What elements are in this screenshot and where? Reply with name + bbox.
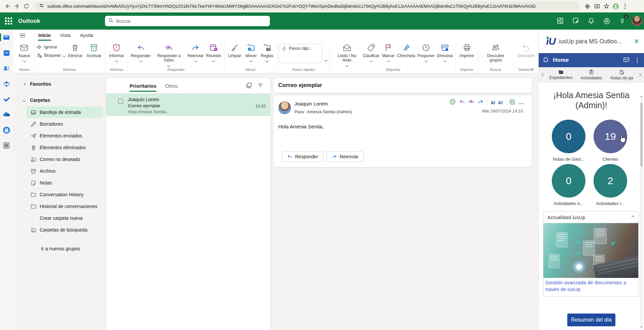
site-info-icon[interactable] [39, 3, 44, 9]
report-button[interactable]: Informar [107, 42, 126, 62]
install-app-icon[interactable] [592, 2, 602, 11]
rail-mail-icon[interactable] [0, 30, 13, 45]
news-link[interactable]: Gestión avanzada de documentos a través … [543, 278, 638, 296]
reply-button[interactable]: Responder [282, 151, 323, 162]
settings-gear-icon[interactable] [601, 15, 612, 27]
notifications-bell-icon[interactable] [585, 15, 597, 27]
home-icon[interactable] [543, 56, 549, 64]
tips-bulb-icon[interactable]: 1 [616, 15, 628, 27]
scrollbar-thumb[interactable] [640, 103, 643, 167]
browser-profile-icon[interactable] [611, 2, 620, 11]
collapse-chevron-icon[interactable] [632, 215, 635, 219]
apps-grid-icon[interactable] [509, 99, 515, 106]
forward-button[interactable]: Reenviar [186, 42, 205, 62]
read-unread-button[interactable]: Leído / No leído [332, 42, 362, 67]
browser-forward-icon[interactable] [12, 2, 22, 11]
browser-reload-icon[interactable] [22, 2, 31, 11]
addin-scrollbar[interactable]: ▲ ▼ [640, 94, 643, 329]
new-mail-button[interactable]: Nuevo [16, 42, 32, 62]
flag-button[interactable]: Marcar [381, 42, 396, 62]
sweep-button[interactable]: Limpiar [226, 42, 243, 58]
reactions-smiley-icon[interactable] [450, 99, 456, 106]
folder-historial[interactable]: Historial de conversaciones [26, 201, 103, 212]
address-bar[interactable]: outlook.office.com/mail/inbox/id/AAMkAGU… [34, 2, 579, 11]
tab-ayuda[interactable]: Ayuda [75, 31, 98, 39]
folder-archive[interactable]: Archivo [26, 165, 103, 177]
delete-button[interactable]: Eliminar [66, 42, 84, 58]
ignore-button[interactable]: Ignorar [37, 44, 65, 50]
pin-button[interactable]: Chincheta [396, 42, 416, 58]
go-to-groups-link[interactable]: Ir a nuevos grupos [41, 246, 80, 251]
rail-todo-icon[interactable] [0, 91, 13, 107]
print-button[interactable]: Imprimir [458, 42, 476, 58]
forward-icon[interactable] [478, 99, 484, 106]
folder-junk[interactable]: Correo no deseado [26, 154, 103, 165]
mail-list-item[interactable]: Joaquin Lorem Correo ejemplar Hola Amesi… [106, 93, 270, 116]
snooze-button[interactable]: Posponer [416, 42, 436, 62]
tab-notas-gastos[interactable]: Notas de ga [607, 70, 637, 80]
archive-button[interactable]: Archivar [84, 42, 103, 58]
folders-header[interactable]: Carpetas [13, 94, 106, 106]
folder-notes[interactable]: Notas [26, 177, 103, 189]
iusup-addin-icon[interactable]: iU [491, 100, 495, 105]
browser-back-icon[interactable] [3, 2, 12, 11]
scroll-down-icon[interactable]: ▼ [640, 325, 643, 329]
folder-inbox[interactable]: Bandeja de entrada [26, 107, 103, 118]
bookmark-star-icon[interactable] [602, 2, 611, 11]
sender-avatar[interactable] [278, 101, 291, 114]
reply-all-button[interactable]: Responder a todos [151, 42, 186, 67]
tab-expedientes[interactable]: Expedientes [546, 70, 576, 80]
quick-steps-box[interactable]: Pasos rápi... [279, 44, 322, 63]
tab-vista[interactable]: Vista [56, 31, 75, 39]
scroll-up-icon[interactable]: ▲ [640, 94, 643, 99]
reply-button[interactable]: Responder [130, 42, 152, 62]
select-messages-icon[interactable] [246, 82, 252, 90]
search-input[interactable] [116, 18, 257, 24]
rail-onedrive-icon[interactable] [0, 107, 13, 122]
rules-button[interactable]: Reglas [259, 42, 275, 62]
tabs-scroll-left-icon[interactable] [542, 73, 545, 77]
tab-otros[interactable]: Otros [165, 83, 178, 89]
mail-checkbox[interactable] [118, 99, 123, 104]
rail-calendar-icon[interactable] [0, 45, 13, 60]
recipient-name[interactable]: Amesia Sentia (Admin) [307, 109, 352, 114]
meeting-button[interactable]: Reunión [205, 42, 222, 62]
rail-groups-icon[interactable] [0, 76, 13, 91]
app-launcher-icon[interactable] [3, 15, 14, 27]
reply-all-icon[interactable] [468, 99, 474, 106]
browser-menu-icon[interactable] [620, 2, 630, 11]
folder-deleted[interactable]: Elementos eliminados [26, 142, 103, 153]
more-actions-icon[interactable]: … [518, 99, 524, 106]
news-image[interactable]: ✓ ✓ ✓ ✓ [543, 223, 638, 278]
forward-button[interactable]: Reenviar [327, 151, 364, 162]
rail-m365-app-icon[interactable] [0, 122, 13, 138]
onenote-feed-icon[interactable] [554, 15, 566, 27]
extensions-icon[interactable] [583, 2, 592, 11]
iusup-addin-icon-2[interactable]: iU [498, 100, 502, 105]
create-folder-link[interactable]: Crear carpeta nueva [26, 212, 103, 224]
notes-icon[interactable] [570, 15, 581, 27]
search-bar[interactable] [105, 16, 270, 26]
rail-people-icon[interactable] [0, 60, 13, 76]
favorites-header[interactable]: Favoritos [13, 78, 106, 90]
filter-icon[interactable] [257, 82, 263, 90]
reply-icon[interactable] [459, 99, 465, 106]
discover-groups-button[interactable]: Descubrir grupos [480, 42, 511, 63]
folder-sent[interactable]: Elementos enviados [26, 130, 103, 141]
categorize-button[interactable]: Clasificar [362, 42, 381, 62]
tabs-scroll-right-icon[interactable] [638, 73, 641, 77]
move-button[interactable]: Mover [243, 42, 259, 62]
counter-notas-gastos[interactable]: 0 [552, 120, 585, 153]
block-button[interactable]: Bloquear [37, 53, 65, 58]
tab-inicio[interactable]: Inicio [34, 31, 56, 39]
folder-search-folders[interactable]: Carpetas de búsqueda [26, 224, 103, 236]
counter-actividades-a[interactable]: 0 [552, 164, 585, 198]
rail-more-apps-icon[interactable] [0, 138, 13, 153]
folder-conversation-history[interactable]: Conversation History [26, 189, 103, 200]
close-icon[interactable]: ✕ [634, 38, 639, 45]
policy-button[interactable]: Directiva [436, 42, 454, 62]
tab-prioritarios[interactable]: Prioritarios [130, 83, 156, 89]
account-avatar[interactable] [632, 16, 642, 26]
nav-pane-toggle-icon[interactable] [17, 31, 28, 40]
quick-steps-expand[interactable] [322, 42, 328, 63]
